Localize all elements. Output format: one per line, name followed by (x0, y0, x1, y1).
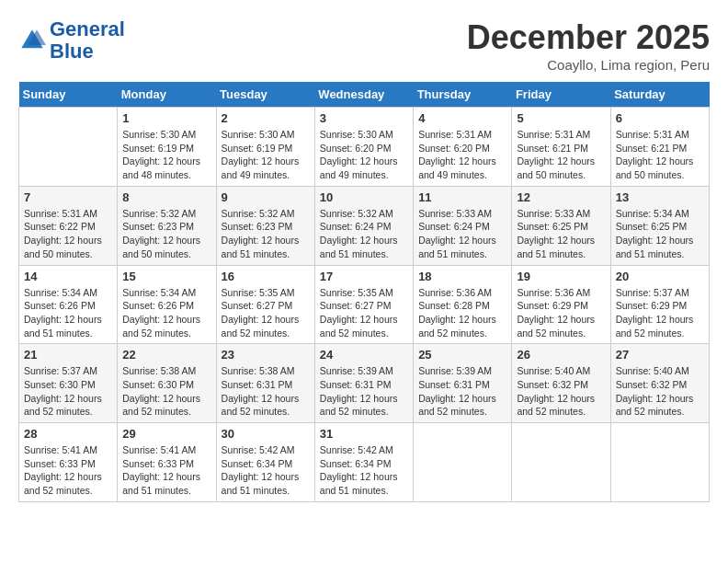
logo-text: GeneralBlue (50, 18, 125, 63)
day-cell (19, 108, 118, 187)
day-info: Sunrise: 5:38 AM Sunset: 6:30 PM Dayligh… (122, 364, 210, 419)
week-row-1: 1Sunrise: 5:30 AM Sunset: 6:19 PM Daylig… (19, 108, 710, 187)
day-number: 15 (122, 270, 210, 283)
day-number: 21 (24, 348, 112, 362)
week-row-5: 28Sunrise: 5:41 AM Sunset: 6:33 PM Dayli… (19, 423, 710, 502)
day-info: Sunrise: 5:37 AM Sunset: 6:29 PM Dayligh… (616, 286, 704, 340)
day-info: Sunrise: 5:41 AM Sunset: 6:33 PM Dayligh… (122, 443, 210, 498)
day-cell: 5Sunrise: 5:31 AM Sunset: 6:21 PM Daylig… (512, 108, 610, 187)
day-number: 17 (320, 270, 408, 283)
header-cell-thursday: Thursday (414, 82, 512, 108)
day-number: 11 (418, 190, 506, 204)
day-number: 27 (616, 348, 704, 362)
day-cell: 23Sunrise: 5:38 AM Sunset: 6:31 PM Dayli… (216, 344, 314, 423)
day-cell: 13Sunrise: 5:34 AM Sunset: 6:25 PM Dayli… (610, 186, 709, 265)
day-info: Sunrise: 5:40 AM Sunset: 6:32 PM Dayligh… (616, 364, 704, 419)
day-cell (414, 423, 512, 502)
day-cell: 20Sunrise: 5:37 AM Sunset: 6:29 PM Dayli… (610, 265, 709, 344)
day-number: 4 (418, 111, 506, 125)
day-number: 16 (222, 270, 310, 283)
day-cell: 12Sunrise: 5:33 AM Sunset: 6:25 PM Dayli… (512, 186, 610, 265)
day-info: Sunrise: 5:32 AM Sunset: 6:23 PM Dayligh… (222, 207, 310, 261)
day-number: 8 (122, 190, 210, 204)
day-info: Sunrise: 5:37 AM Sunset: 6:30 PM Dayligh… (24, 364, 112, 419)
logo-icon (18, 27, 46, 54)
day-number: 30 (222, 427, 310, 441)
day-cell: 22Sunrise: 5:38 AM Sunset: 6:30 PM Dayli… (118, 344, 216, 423)
day-cell: 29Sunrise: 5:41 AM Sunset: 6:33 PM Dayli… (118, 423, 216, 502)
day-info: Sunrise: 5:34 AM Sunset: 6:26 PM Dayligh… (122, 286, 210, 340)
day-info: Sunrise: 5:31 AM Sunset: 6:21 PM Dayligh… (616, 128, 704, 182)
day-number: 9 (222, 190, 310, 204)
title-section: December 2025 Coayllo, Lima region, Peru (467, 18, 710, 73)
day-number: 1 (122, 111, 210, 125)
day-info: Sunrise: 5:38 AM Sunset: 6:31 PM Dayligh… (222, 364, 310, 419)
day-cell: 14Sunrise: 5:34 AM Sunset: 6:26 PM Dayli… (19, 265, 118, 344)
day-info: Sunrise: 5:42 AM Sunset: 6:34 PM Dayligh… (222, 443, 310, 498)
day-info: Sunrise: 5:31 AM Sunset: 6:22 PM Dayligh… (24, 207, 112, 261)
calendar-header: SundayMondayTuesdayWednesdayThursdayFrid… (19, 82, 710, 108)
day-info: Sunrise: 5:33 AM Sunset: 6:24 PM Dayligh… (418, 207, 506, 261)
day-number: 10 (320, 190, 408, 204)
day-number: 28 (24, 427, 112, 441)
header-cell-sunday: Sunday (19, 82, 118, 108)
page-header: GeneralBlue December 2025 Coayllo, Lima … (18, 18, 710, 73)
day-info: Sunrise: 5:32 AM Sunset: 6:23 PM Dayligh… (122, 207, 210, 261)
day-cell: 9Sunrise: 5:32 AM Sunset: 6:23 PM Daylig… (216, 186, 314, 265)
day-cell: 2Sunrise: 5:30 AM Sunset: 6:19 PM Daylig… (216, 108, 314, 187)
day-info: Sunrise: 5:41 AM Sunset: 6:33 PM Dayligh… (24, 443, 112, 498)
day-number: 18 (418, 270, 506, 283)
week-row-4: 21Sunrise: 5:37 AM Sunset: 6:30 PM Dayli… (19, 344, 710, 423)
day-cell (610, 423, 709, 502)
logo: GeneralBlue (18, 18, 125, 63)
day-info: Sunrise: 5:30 AM Sunset: 6:20 PM Dayligh… (320, 128, 408, 182)
day-info: Sunrise: 5:34 AM Sunset: 6:26 PM Dayligh… (24, 286, 112, 340)
day-number: 25 (418, 348, 506, 362)
day-number: 3 (320, 111, 408, 125)
day-number: 14 (24, 270, 112, 283)
day-number: 31 (320, 427, 408, 441)
day-info: Sunrise: 5:40 AM Sunset: 6:32 PM Dayligh… (517, 364, 605, 419)
month-title: December 2025 (467, 18, 710, 57)
day-cell: 16Sunrise: 5:35 AM Sunset: 6:27 PM Dayli… (216, 265, 314, 344)
day-info: Sunrise: 5:35 AM Sunset: 6:27 PM Dayligh… (320, 286, 408, 340)
day-number: 23 (222, 348, 310, 362)
header-cell-monday: Monday (118, 82, 216, 108)
day-cell: 19Sunrise: 5:36 AM Sunset: 6:29 PM Dayli… (512, 265, 610, 344)
day-cell: 10Sunrise: 5:32 AM Sunset: 6:24 PM Dayli… (314, 186, 413, 265)
day-info: Sunrise: 5:31 AM Sunset: 6:21 PM Dayligh… (517, 128, 605, 182)
day-number: 19 (517, 270, 605, 283)
day-cell: 1Sunrise: 5:30 AM Sunset: 6:19 PM Daylig… (118, 108, 216, 187)
day-number: 12 (517, 190, 605, 204)
day-cell: 18Sunrise: 5:36 AM Sunset: 6:28 PM Dayli… (414, 265, 512, 344)
day-cell (512, 423, 610, 502)
calendar-table: SundayMondayTuesdayWednesdayThursdayFrid… (18, 82, 710, 502)
day-info: Sunrise: 5:36 AM Sunset: 6:28 PM Dayligh… (418, 286, 506, 340)
day-info: Sunrise: 5:32 AM Sunset: 6:24 PM Dayligh… (320, 207, 408, 261)
day-info: Sunrise: 5:39 AM Sunset: 6:31 PM Dayligh… (418, 364, 506, 419)
day-cell: 8Sunrise: 5:32 AM Sunset: 6:23 PM Daylig… (118, 186, 216, 265)
header-row: SundayMondayTuesdayWednesdayThursdayFrid… (19, 82, 710, 108)
day-cell: 25Sunrise: 5:39 AM Sunset: 6:31 PM Dayli… (414, 344, 512, 423)
day-cell: 11Sunrise: 5:33 AM Sunset: 6:24 PM Dayli… (414, 186, 512, 265)
day-number: 13 (616, 190, 704, 204)
header-cell-wednesday: Wednesday (314, 82, 413, 108)
day-number: 20 (616, 270, 704, 283)
subtitle: Coayllo, Lima region, Peru (467, 57, 710, 73)
header-cell-friday: Friday (512, 82, 610, 108)
day-info: Sunrise: 5:33 AM Sunset: 6:25 PM Dayligh… (517, 207, 605, 261)
day-info: Sunrise: 5:31 AM Sunset: 6:20 PM Dayligh… (418, 128, 506, 182)
day-info: Sunrise: 5:36 AM Sunset: 6:29 PM Dayligh… (517, 286, 605, 340)
week-row-2: 7Sunrise: 5:31 AM Sunset: 6:22 PM Daylig… (19, 186, 710, 265)
day-info: Sunrise: 5:30 AM Sunset: 6:19 PM Dayligh… (122, 128, 210, 182)
day-cell: 7Sunrise: 5:31 AM Sunset: 6:22 PM Daylig… (19, 186, 118, 265)
day-cell: 31Sunrise: 5:42 AM Sunset: 6:34 PM Dayli… (314, 423, 413, 502)
header-cell-tuesday: Tuesday (216, 82, 314, 108)
day-cell: 21Sunrise: 5:37 AM Sunset: 6:30 PM Dayli… (19, 344, 118, 423)
day-cell: 26Sunrise: 5:40 AM Sunset: 6:32 PM Dayli… (512, 344, 610, 423)
day-cell: 17Sunrise: 5:35 AM Sunset: 6:27 PM Dayli… (314, 265, 413, 344)
day-cell: 27Sunrise: 5:40 AM Sunset: 6:32 PM Dayli… (610, 344, 709, 423)
day-number: 2 (222, 111, 310, 125)
day-number: 5 (517, 111, 605, 125)
day-info: Sunrise: 5:30 AM Sunset: 6:19 PM Dayligh… (222, 128, 310, 182)
